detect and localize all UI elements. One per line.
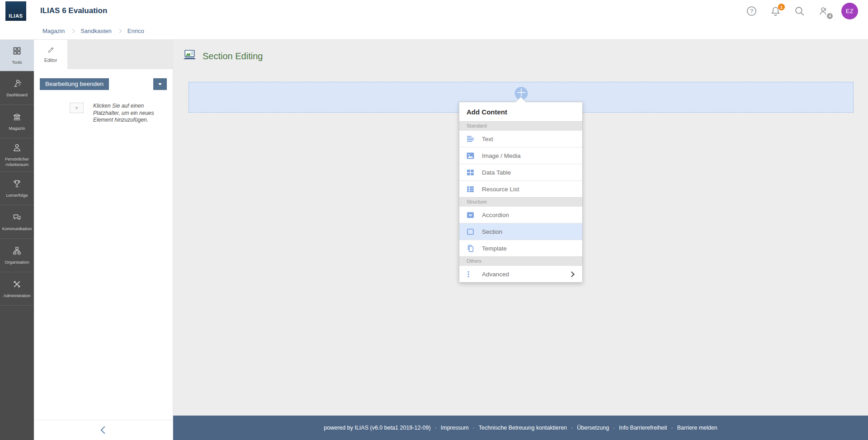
- image-icon: [467, 152, 474, 160]
- add-content-item-data-table[interactable]: Data Table: [459, 164, 582, 180]
- add-content-item-text[interactable]: Text: [459, 130, 582, 147]
- popup-group-others: Others: [459, 256, 582, 265]
- popup-group-standard: Standard: [459, 121, 582, 130]
- plus-icon: +: [75, 104, 79, 111]
- finish-editing-dropdown-button[interactable]: [153, 78, 167, 90]
- popup-arrow: [516, 97, 526, 102]
- tab-editor[interactable]: Editor: [34, 40, 67, 69]
- contacts-badge: 4: [827, 13, 833, 19]
- help-button[interactable]: ?: [745, 5, 757, 17]
- question-circle-icon: ?: [746, 5, 757, 17]
- add-content-item-resource-list[interactable]: Resource List: [459, 180, 582, 197]
- sidebar-item-label: Persönlicher Arbeitsraum: [1, 156, 33, 167]
- sidebar-item-dashboard[interactable]: Dashboard: [0, 71, 34, 105]
- sidebar-item-label: Tools: [12, 60, 22, 65]
- chevron-right-icon: [117, 28, 122, 33]
- person-icon: [12, 143, 22, 156]
- placeholder-hint-text: Klicken Sie auf einen Platzhalter, um ei…: [93, 103, 156, 124]
- bank-icon: [12, 112, 22, 126]
- collapse-panel-button[interactable]: [34, 420, 173, 440]
- sidebar-item-label: Lernerfolge: [6, 193, 28, 198]
- app-title: ILIAS 6 Evaluation: [40, 6, 107, 15]
- sidebar-item-magazin[interactable]: Magazin: [0, 105, 34, 138]
- copy-icon: [467, 245, 474, 252]
- sidebar-item-lernerfolge[interactable]: Lernerfolge: [0, 172, 34, 205]
- user-avatar[interactable]: EZ: [841, 3, 858, 19]
- notifications-button[interactable]: 1: [769, 5, 781, 17]
- svg-text:?: ?: [750, 8, 753, 14]
- add-content-item-image-media[interactable]: Image / Media: [459, 147, 582, 164]
- chevron-left-icon: [101, 426, 108, 434]
- sidebar-item-label: Magazin: [9, 126, 25, 131]
- chevron-right-icon: [71, 28, 75, 33]
- placeholder-hint-row: + Klicken Sie auf einen Platzhalter, um …: [40, 103, 167, 124]
- breadcrumb-item-enrico[interactable]: Enrico: [127, 28, 144, 34]
- add-content-item-template[interactable]: Template: [459, 240, 582, 256]
- sidebar-item-label: Dashboard: [6, 92, 27, 98]
- caret-down-icon: [158, 83, 162, 85]
- logo-text: ILIAS: [9, 13, 23, 19]
- add-content-popup: Add Content Standard Text: [459, 102, 583, 283]
- desk-lamp-icon: [12, 79, 22, 92]
- add-placeholder-button[interactable]: +: [70, 103, 84, 113]
- dots-vertical-icon: [467, 270, 474, 278]
- page-header: Section Editing: [173, 40, 868, 63]
- breadcrumb-item-magazin[interactable]: Magazin: [42, 28, 65, 34]
- footer-separator: ·: [571, 425, 573, 431]
- add-content-item-advanced[interactable]: Advanced: [459, 265, 582, 282]
- sidebar-item-kommunikation[interactable]: Kommunikation: [0, 205, 34, 239]
- popup-group-structure: Structure: [459, 197, 582, 206]
- main-content: Section Editing Add Content Standard: [173, 40, 868, 416]
- main-sidebar: Tools Dashboard Magazin: [0, 40, 34, 440]
- footer-link-technische-betreuung[interactable]: Technische Betreuung kontaktieren: [479, 425, 567, 431]
- list-icon: [467, 185, 474, 193]
- section-square-icon: [467, 228, 474, 236]
- chat-bubbles-icon: [12, 213, 22, 226]
- chevron-right-icon: [569, 271, 575, 277]
- sidebar-item-label: Organisation: [5, 260, 29, 265]
- sidebar-item-label: Administration: [3, 293, 30, 298]
- breadcrumb-item-sandkasten[interactable]: Sandkasten: [80, 28, 112, 34]
- accordion-icon: [467, 211, 474, 219]
- search-button[interactable]: [793, 5, 805, 17]
- panel-body: Bearbeitung beenden + Klicken Sie auf ei…: [34, 69, 173, 124]
- add-content-item-section[interactable]: Section: [459, 223, 582, 240]
- sidebar-item-label: Kommunikation: [2, 226, 32, 232]
- page-footer: powered by ILIAS (v6.0 beta1 2019-12-09)…: [173, 416, 868, 440]
- sidebar-item-personal-workspace[interactable]: Persönlicher Arbeitsraum: [0, 138, 34, 172]
- avatar-initials: EZ: [846, 8, 854, 14]
- breadcrumb: Magazin Sandkasten Enrico: [0, 22, 868, 40]
- ilias-logo[interactable]: ILIAS: [5, 1, 26, 21]
- content-page-icon: [183, 49, 197, 63]
- pencil-icon: [47, 46, 55, 57]
- footer-link-info-barrierefreiheit[interactable]: Info Barrierefreiheit: [619, 425, 667, 431]
- text-lines-icon: [467, 135, 474, 143]
- footer-link-impressum[interactable]: Impressum: [441, 425, 469, 431]
- footer-separator: ·: [435, 425, 437, 431]
- finish-editing-button[interactable]: Bearbeitung beenden: [40, 78, 109, 90]
- tab-editor-label: Editor: [44, 57, 57, 63]
- sidebar-item-organisation[interactable]: Organisation: [0, 239, 34, 272]
- footer-separator: ·: [613, 425, 615, 431]
- popup-title: Add Content: [459, 102, 582, 121]
- powered-by-text: powered by ILIAS (v6.0 beta1 2019-12-09): [324, 425, 430, 431]
- grid-icon: [12, 46, 22, 60]
- footer-separator: ·: [671, 425, 673, 431]
- magnifier-icon: [794, 5, 805, 17]
- contacts-button[interactable]: 4: [817, 5, 829, 17]
- header-actions: ? 1: [745, 0, 858, 22]
- table-icon: [467, 169, 474, 176]
- page-title: Section Editing: [203, 51, 263, 62]
- trophy-icon: [12, 179, 22, 193]
- crossed-tools-icon: [12, 279, 22, 293]
- sidebar-item-administration[interactable]: Administration: [0, 272, 34, 306]
- footer-link-uebersetzung[interactable]: Übersetzung: [577, 425, 609, 431]
- notification-badge: 1: [778, 4, 785, 10]
- org-chart-icon: [12, 246, 22, 260]
- panel-tabstrip: Editor: [34, 40, 173, 69]
- footer-link-barriere-melden[interactable]: Barriere melden: [677, 425, 717, 431]
- add-content-item-accordion[interactable]: Accordion: [459, 206, 582, 223]
- sidebar-item-tools[interactable]: Tools: [0, 40, 34, 71]
- editor-panel: Editor Bearbeitung beenden + Klicken Sie…: [34, 40, 173, 440]
- footer-separator: ·: [473, 425, 475, 431]
